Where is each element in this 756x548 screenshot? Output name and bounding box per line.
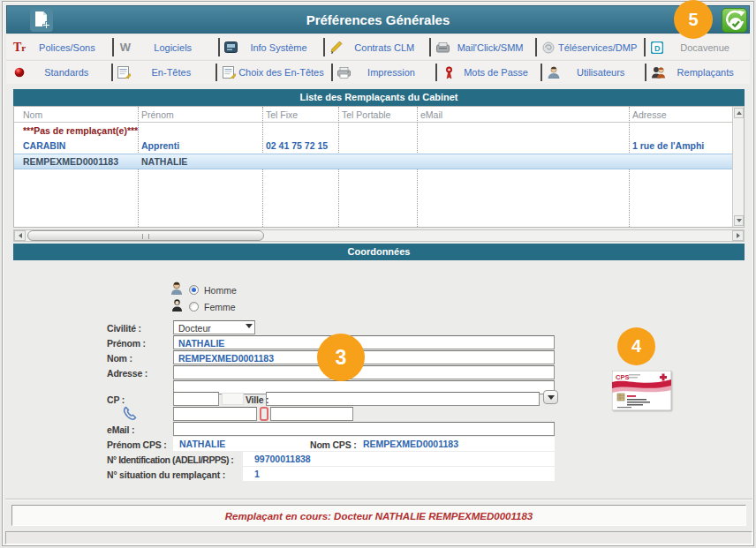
table-cell: Apprenti <box>141 140 179 151</box>
tab-mots-de-passe[interactable]: Mots de Passe <box>435 61 541 84</box>
validate-check-icon <box>723 10 746 32</box>
title-bar: Préférences Générales <box>6 5 750 34</box>
cp-input[interactable] <box>173 392 219 406</box>
tab-impression[interactable]: Impression <box>331 61 436 84</box>
table-horizontal-scrollbar[interactable] <box>13 229 745 242</box>
tab-label: Remplaçants <box>668 67 750 78</box>
num-situation-value: 1 <box>254 469 260 479</box>
annotation-badge-4: 4 <box>617 327 655 365</box>
tab-label: Contrats CLM <box>346 42 429 53</box>
tel-fixe-input[interactable] <box>173 407 257 421</box>
annotation-badge-5: 5 <box>674 0 713 39</box>
table-cell: 02 41 75 72 15 <box>266 140 328 151</box>
radio-homme-label: Homme <box>204 285 237 296</box>
tel-portable-input[interactable] <box>270 407 353 421</box>
tab-label: Mail'Click/SMM <box>452 42 535 53</box>
window-title: Préférences Générales <box>7 12 749 27</box>
docavenue-icon: D <box>647 41 667 54</box>
tab-info-syst-me[interactable]: Info Système <box>218 35 324 59</box>
table-cell: 1 rue de l'Amphi <box>632 140 704 151</box>
fonts-icon: Tr <box>10 41 29 55</box>
tab-separator <box>111 64 113 81</box>
tab-separator <box>112 38 114 56</box>
table-cell: NATHALIE <box>141 156 187 167</box>
tab-label: Docavenue <box>667 42 750 53</box>
table-vertical-scrollbar[interactable] <box>732 107 744 227</box>
svg-text:D: D <box>654 43 661 52</box>
tab-choix-des-en-t-tes[interactable]: Choix des En-Têtes <box>215 61 331 84</box>
tab-rempla-ants[interactable]: Remplaçants <box>645 61 750 84</box>
validate-button[interactable] <box>722 8 747 33</box>
tab-logiciels[interactable]: WLogiciels <box>112 35 218 59</box>
tab-separator <box>541 64 542 81</box>
tab-mail-click-smm[interactable]: Mail'Click/SMM <box>429 35 535 59</box>
radio-femme[interactable] <box>189 302 199 312</box>
list-section-header: Liste des Remplaçants du Cabinet <box>13 89 745 106</box>
current-remplacant-message: Remplaçant en cours: Docteur NATHALIE RE… <box>225 511 533 522</box>
column-header-adresse[interactable]: Adresse <box>632 109 667 120</box>
cp-extension-box <box>222 393 244 405</box>
table-row[interactable]: ***Pas de remplaçant(e)*** <box>14 124 732 139</box>
tab-t-l-services-dmp[interactable]: Téléservices/DMP <box>535 35 644 59</box>
tab-label: Standards <box>29 67 111 78</box>
tab-label: En-Têtes <box>134 67 216 78</box>
column-header-tel-portable[interactable]: Tel Portable <box>342 109 390 120</box>
status-message-bar: Remplaçant en cours: Docteur NATHALIE RE… <box>11 505 746 526</box>
civilite-select[interactable]: Docteur <box>173 320 255 334</box>
mailclick-icon <box>433 42 452 53</box>
bottom-status-bar <box>5 531 752 544</box>
tab-contrats-clm[interactable]: Contrats CLM <box>323 35 429 59</box>
female-icon <box>171 298 183 312</box>
column-header-nom[interactable]: Nom <box>23 109 42 120</box>
tab-label: Téléservices/DMP <box>558 42 644 53</box>
tab-utilisateurs[interactable]: Utilisateurs <box>541 61 646 84</box>
column-header-tel-fixe[interactable]: Tel Fixe <box>266 109 298 120</box>
tab-polices-sons[interactable]: TrPolices/Sons <box>6 35 112 59</box>
prenom-label: Prénom : <box>107 338 146 349</box>
column-header-pr-nom[interactable]: Prénom <box>141 109 174 120</box>
radio-femme-label: Femme <box>204 302 236 312</box>
email-input[interactable] <box>173 422 555 436</box>
password-icon <box>439 66 458 79</box>
printer-icon <box>335 67 354 79</box>
tab-row-2: StandardsEn-TêtesChoix des En-TêtesImpre… <box>6 60 750 84</box>
prenom-value: NATHALIE <box>178 338 224 349</box>
num-id-value: 99700011838 <box>254 454 311 464</box>
tab-separator <box>644 38 646 56</box>
scrollbar-thumb[interactable] <box>27 230 264 241</box>
users-icon <box>648 66 668 79</box>
coordonnees-section-header: Coordonnées <box>13 244 745 260</box>
scroll-right-button[interactable] <box>732 230 744 241</box>
header-doc-icon <box>115 66 134 79</box>
remplacants-table: NomPrénomTel FixeTel PortableeMailAdress… <box>13 106 745 228</box>
teleservices-icon <box>539 41 558 54</box>
radio-homme[interactable] <box>189 285 199 295</box>
cps-strip: NATHALIE Nom CPS : REMPEXMED0001183 <box>173 437 555 451</box>
tab-label: Info Système <box>241 42 324 53</box>
cp-label: CP : <box>107 394 125 405</box>
nom-cps-label: Nom CPS : <box>310 439 356 450</box>
tab-docavenue[interactable]: DDocavenue <box>644 35 750 59</box>
tab-separator <box>645 64 646 81</box>
annotation-badge-3: 3 <box>317 334 365 381</box>
prenom-cps-value: NATHALIE <box>179 439 225 449</box>
num-id-label: N° Identification (ADELI/RPPS) : <box>107 454 233 465</box>
software-icon: W <box>116 41 135 54</box>
ville-input[interactable] <box>266 392 540 406</box>
divider <box>5 499 752 500</box>
table-row[interactable]: REMPEXMED0001183NATHALIE <box>14 154 732 169</box>
prenom-input[interactable]: NATHALIE <box>173 335 555 349</box>
table-row[interactable]: CARABINApprenti02 41 75 72 151 rue de l'… <box>14 139 732 154</box>
scroll-down-button[interactable] <box>734 215 744 226</box>
tab-standards[interactable]: Standards <box>6 61 111 84</box>
tab-en-t-tes[interactable]: En-Têtes <box>111 61 216 84</box>
ville-dropdown-button[interactable] <box>543 390 558 404</box>
tab-separator <box>435 64 437 81</box>
column-header-email[interactable]: eMail <box>420 109 442 120</box>
svg-text:CPS: CPS <box>616 373 629 381</box>
scroll-up-button[interactable] <box>734 108 744 118</box>
cps-card-image: CPS <box>612 371 671 410</box>
adresse-input-1[interactable] <box>173 365 555 379</box>
scroll-left-button[interactable] <box>14 230 26 241</box>
table-cell: CARABIN <box>23 140 65 151</box>
